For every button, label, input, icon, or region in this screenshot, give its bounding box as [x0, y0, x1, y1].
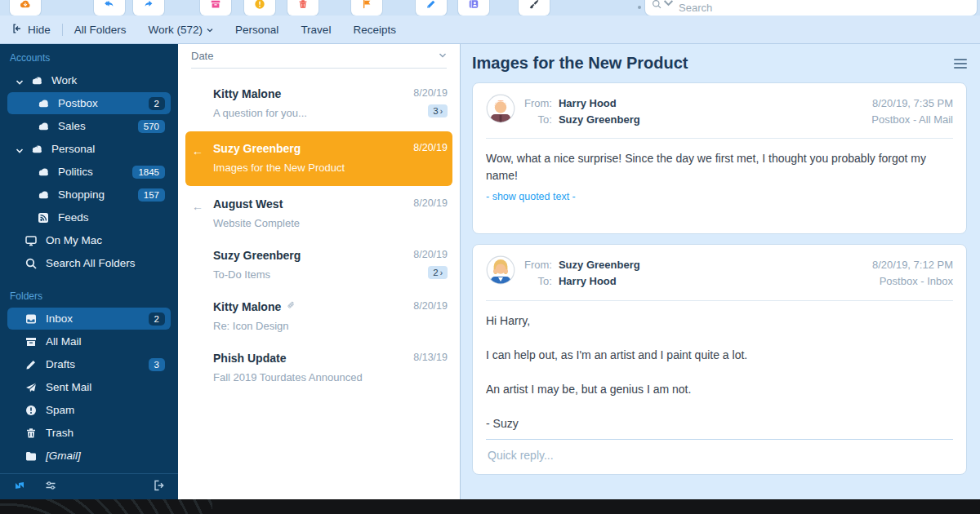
filter-travel[interactable]: Travel	[301, 24, 331, 36]
conversation-menu-icon[interactable]	[954, 59, 967, 69]
compose-button[interactable]	[416, 0, 447, 16]
replied-arrow-icon: ←	[192, 144, 203, 157]
message-card: From: Harry Hood To: Suzy Greenberg 8/20…	[472, 82, 967, 234]
warning-icon	[24, 404, 38, 417]
folder-icon	[24, 450, 38, 463]
hide-pane-icon	[11, 23, 23, 37]
quick-reply-area	[486, 439, 953, 463]
contacts-button[interactable]	[458, 0, 489, 16]
sidebar-account-work[interactable]: Work	[7, 69, 171, 91]
sidebar-search-all-folders[interactable]: Search All Folders	[7, 252, 171, 274]
message-date: 8/20/19	[413, 87, 448, 99]
sidebar-account-shopping[interactable]: Shopping 157	[7, 184, 171, 206]
message-date: 8/20/19	[413, 300, 448, 312]
sidebar-account-postbox[interactable]: Postbox 2	[7, 92, 171, 114]
spam-mark-button[interactable]	[244, 0, 275, 16]
sidebar-folder-drafts[interactable]: Drafts 3	[7, 353, 171, 375]
attachment-paperclip-icon	[286, 300, 296, 313]
sidebar-folder-inbox[interactable]: Inbox 2	[7, 308, 171, 330]
from-name[interactable]: Harry Hood	[559, 97, 640, 109]
message-paragraph: - Suzy	[486, 415, 953, 432]
thread-count-badge[interactable]: 3›	[428, 104, 448, 117]
filter-all-folders[interactable]: All Folders	[74, 24, 127, 36]
archive-download-button[interactable]	[10, 0, 41, 16]
chevron-down-icon	[207, 24, 213, 36]
to-label: To:	[524, 275, 552, 287]
thread-count-badge[interactable]: 2›	[428, 266, 448, 279]
chevron-down-icon[interactable]	[16, 145, 24, 153]
message-date: 8/13/19	[413, 352, 448, 363]
card-divider	[486, 300, 953, 301]
search-scope-chevron-icon[interactable]	[662, 0, 674, 14]
forward-button[interactable]	[133, 0, 164, 16]
filter-work-dropdown[interactable]: Work (572)	[149, 24, 214, 36]
unread-badge: 1845	[132, 166, 165, 179]
message-subject: Images for the New Product	[213, 162, 413, 174]
sidebar-folder-gmail[interactable]: [Gmail]	[7, 445, 171, 467]
from-label: From:	[524, 97, 552, 109]
to-name[interactable]: Harry Hood	[559, 275, 640, 287]
message-row[interactable]: Kitty Malone A question for you... 8/20/…	[185, 80, 452, 127]
message-row[interactable]: Kitty Malone Re: Icon Design 8/20/19	[185, 293, 452, 340]
archive-download-icon	[20, 0, 31, 13]
sort-header[interactable]: Date	[191, 44, 447, 69]
filter-personal[interactable]: Personal	[235, 24, 278, 36]
show-quoted-text-link[interactable]: - show quoted text -	[486, 191, 953, 202]
message-row[interactable]: ← August West Website Complete 8/20/19	[185, 190, 452, 237]
sidebar-on-my-mac[interactable]: On My Mac	[7, 229, 171, 251]
message-row[interactable]: Phish Update Fall 2019 Tourdates Announc…	[185, 344, 452, 392]
rss-icon	[37, 211, 50, 224]
message-paragraph: Wow, what a nice surprise! Since the day…	[486, 150, 953, 184]
sidebar-feeds[interactable]: Feeds	[7, 206, 171, 228]
conversation-pane: Images for the New Product	[460, 44, 980, 499]
cloud-icon	[37, 166, 50, 179]
message-sender: Kitty Malone	[213, 300, 281, 313]
sidebar-item-label: Drafts	[46, 358, 75, 370]
sidebar-folder-sent-mail[interactable]: Sent Mail	[7, 376, 171, 398]
search-field[interactable]	[645, 0, 977, 16]
flag-button[interactable]	[351, 0, 382, 16]
message-folder: Postbox - Inbox	[872, 273, 953, 290]
message-row[interactable]: Suzy Greenberg To-Do Items 8/20/19 2›	[185, 241, 452, 289]
message-paragraph: I can help out, as I'm an artist and I p…	[486, 347, 953, 364]
message-datetime: 8/20/19, 7:12 PM	[872, 257, 953, 273]
sidebar-account-personal[interactable]: Personal	[7, 138, 171, 160]
quick-switch-icon[interactable]	[13, 479, 26, 494]
inbox-icon	[24, 312, 38, 326]
sidebar-account-sales[interactable]: Sales 570	[7, 115, 171, 137]
sign-out-icon[interactable]	[152, 479, 165, 494]
reply-all-button[interactable]	[94, 0, 125, 16]
message-subject: Website Complete	[213, 217, 413, 229]
message-date: 8/20/19	[413, 249, 448, 260]
filter-receipts[interactable]: Receipts	[353, 24, 396, 36]
quick-reply-input[interactable]	[486, 449, 953, 462]
sidebar-folder-trash[interactable]: Trash	[7, 422, 171, 444]
unread-badge: 2	[149, 312, 165, 326]
to-label: To:	[524, 113, 552, 126]
search-input[interactable]	[674, 2, 970, 14]
message-sender: Phish Update	[213, 352, 413, 365]
sidebar-account-politics[interactable]: Politics 1845	[7, 161, 171, 183]
message-date: 8/20/19	[413, 142, 448, 153]
hide-pane-button[interactable]: Hide	[11, 23, 51, 37]
postbox-window: Hide All Folders Work (572) Personal Tra…	[0, 0, 980, 514]
filter-settings-icon[interactable]	[44, 479, 57, 494]
sidebar-folder-all-mail[interactable]: All Mail	[7, 330, 171, 352]
to-name[interactable]: Suzy Greenberg	[559, 113, 640, 126]
search-icon	[652, 0, 662, 14]
sidebar-folder-spam[interactable]: Spam	[7, 399, 171, 421]
sidebar-footer	[0, 473, 178, 499]
archive-button[interactable]	[200, 0, 231, 16]
message-row-selected[interactable]: ← Suzy Greenberg Images for the New Prod…	[185, 131, 452, 186]
from-name[interactable]: Suzy Greenberg	[559, 259, 640, 271]
reply-all-icon	[104, 0, 115, 13]
toolbar-overflow-dot	[638, 6, 641, 9]
message-subject: To-Do Items	[213, 268, 413, 281]
message-sender: Kitty Malone	[213, 87, 413, 100]
brush-button[interactable]	[519, 0, 550, 16]
archive-icon	[24, 335, 38, 348]
chevron-down-icon[interactable]	[16, 77, 24, 85]
message-sender: Suzy Greenberg	[213, 249, 413, 262]
sidebar-item-label: Sent Mail	[46, 381, 91, 393]
delete-button[interactable]	[287, 0, 318, 16]
